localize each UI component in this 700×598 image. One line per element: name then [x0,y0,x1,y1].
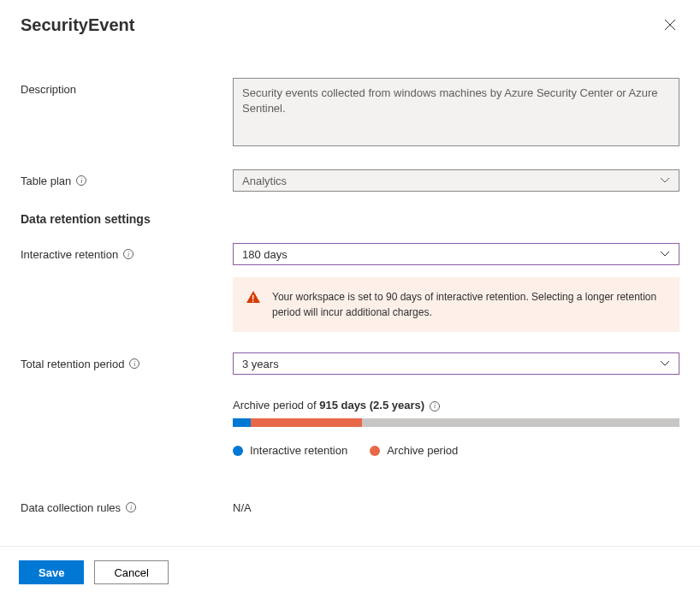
interactive-retention-select[interactable]: 180 days [233,243,679,265]
info-icon[interactable] [126,502,136,512]
archive-bold: 915 days (2.5 years) [319,399,424,411]
bar-segment-archive [251,418,363,427]
save-button[interactable]: Save [19,560,84,584]
warning-banner: Your workspace is set to 90 days of inte… [233,277,679,332]
chevron-down-icon [660,360,670,367]
warning-text: Your workspace is set to 90 days of inte… [272,289,666,320]
chevron-down-icon [660,177,670,184]
table-plan-label: Table plan [21,175,71,187]
legend-archive-label: Archive period [387,444,458,457]
section-title: Data retention settings [21,212,679,226]
dcr-value: N/A [233,501,252,514]
interactive-retention-value: 180 days [242,248,288,261]
description-textarea: Security events collected from windows m… [233,78,679,146]
legend-dot-orange [370,446,380,456]
legend-dot-blue [233,446,243,456]
total-retention-select[interactable]: 3 years [233,352,679,375]
close-icon [664,19,676,31]
table-plan-value: Analytics [242,175,287,187]
info-icon[interactable] [76,175,86,186]
description-label: Description [21,83,76,96]
interactive-retention-label: Interactive retention [21,248,118,261]
page-title: SecurityEvent [21,15,134,35]
info-icon[interactable] [430,401,440,411]
dcr-label: Data collection rules [21,501,121,514]
total-retention-value: 3 years [242,358,279,370]
chevron-down-icon [660,251,670,258]
info-icon[interactable] [129,358,139,369]
cancel-button[interactable]: Cancel [94,560,168,584]
retention-bar [233,418,679,427]
info-icon[interactable] [123,249,133,259]
archive-period-text: Archive period of 915 days (2.5 years) [233,399,679,411]
warning-icon [246,291,260,303]
legend: Interactive retention Archive period [233,444,679,457]
footer: Save Cancel [0,546,700,598]
table-plan-select: Analytics [233,169,679,192]
archive-prefix: Archive period of [233,399,319,411]
total-retention-label: Total retention period [21,358,124,370]
bar-segment-interactive [233,418,251,427]
legend-interactive-label: Interactive retention [250,444,347,457]
close-button[interactable] [661,15,679,37]
